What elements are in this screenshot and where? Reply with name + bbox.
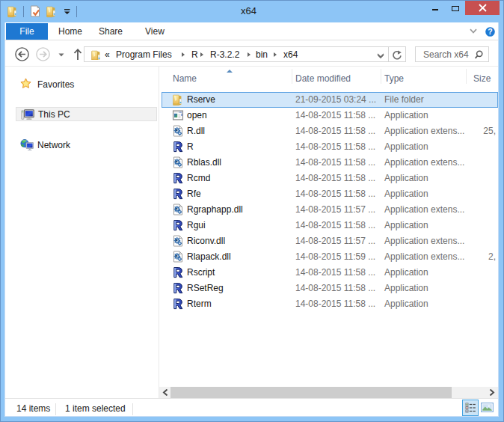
svg-text:?: ?: [488, 27, 492, 36]
